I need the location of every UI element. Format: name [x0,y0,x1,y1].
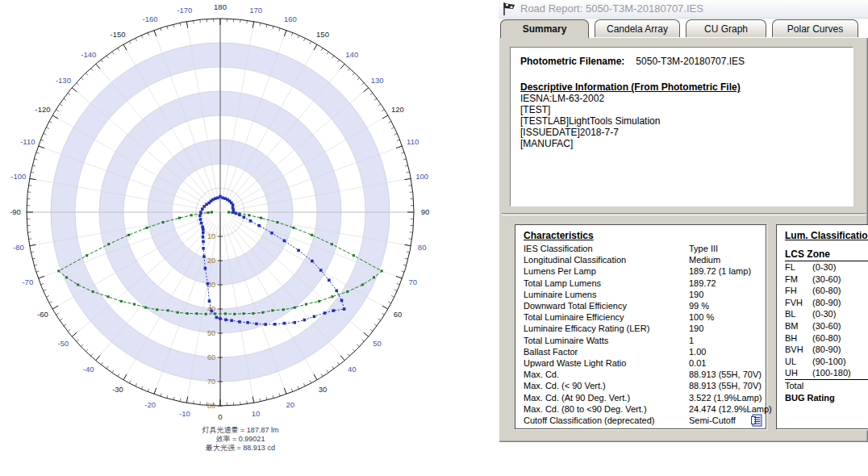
svg-text:-160: -160 [143,15,158,23]
characteristics-rows: IES ClassificationType IIILongitudinal C… [524,243,757,426]
svg-text:90: 90 [421,207,430,216]
svg-text:80: 80 [418,243,427,252]
tab-polar-curves[interactable]: Polar Curves [772,19,858,37]
svg-text:-50: -50 [58,339,69,348]
lcs-zone-row: BH(60-80) [785,332,868,344]
tab-candela-array[interactable]: Candela Array [595,19,680,37]
svg-text:160: 160 [284,15,297,23]
svg-text:50: 50 [373,339,382,348]
svg-text:20: 20 [207,257,215,265]
characteristic-value: 189.72 (1 lamp) [689,265,751,277]
characteristic-label: Longitudinal Classification [524,255,626,265]
characteristic-value: 1.00 [689,346,706,357]
lcs-zone-range: (90-100) [812,357,846,366]
svg-text:-150: -150 [110,30,125,39]
svg-text:-70: -70 [22,278,33,286]
lcs-zone-row: FL(0-30) [785,261,868,273]
characteristic-row: Luminaire Efficacy Rating (LER)190 [524,323,757,334]
descriptive-line: [ISSUEDATE]2018-7-7 [520,127,843,138]
characteristic-row: Max. Cd. (At 90 Deg. Vert.)3.522 (1.9%La… [524,392,757,403]
descriptive-line: [TEST] [520,104,843,115]
svg-text:170: 170 [249,6,262,15]
descriptive-lines: IESNA:LM-63-2002[TEST][TESTLAB]LightTool… [520,93,843,149]
flag-icon [502,2,516,16]
characteristic-row: Upward Waste Light Ratio0.01 [524,357,757,369]
characteristic-label: Total Lamp Lumens [524,278,601,288]
characteristics-heading: Characteristics [524,230,757,241]
characteristic-label: Luminaire Efficacy Rating (LER) [524,324,649,333]
screenshot-root: -170-160-150-140-130-120-110-100-90-80-7… [0,0,868,476]
road-report-window: Road Report: 5050-T3M-20180707.IES Summa… [499,0,868,445]
lcs-zone-range: (80-90) [812,344,841,354]
annotation-max-intensity-line: 最大光强 = 88.913 cd [0,444,481,453]
svg-text:70: 70 [207,378,215,386]
window-titlebar[interactable]: Road Report: 5050-T3M-20180707.IES [499,0,868,19]
lcs-zone-row: BL(0-30) [785,308,868,320]
characteristic-label: Max. Cd. (80 to <90 Deg. Vert.) [524,404,647,414]
lum-classification-heading: Lum. Classification [785,230,868,241]
characteristic-value: 100 % [689,311,714,323]
svg-text:80: 80 [207,402,215,410]
characteristic-label: Luminaire Lumens [524,290,597,299]
characteristic-row: Luminaire Lumens190 [524,289,757,300]
svg-text:150: 150 [316,30,329,39]
section-divider [502,213,866,215]
lcs-zone-range: (80-90) [812,298,841,307]
svg-text:120: 120 [391,105,404,114]
svg-text:70: 70 [408,278,417,286]
characteristic-label: Total Luminaire Efficiency [524,312,624,322]
characteristic-value: Type III [689,243,718,254]
document-icon[interactable] [750,413,765,428]
lcs-zone-code: BH [785,332,812,344]
svg-text:40: 40 [348,365,357,374]
lcs-zone-range: (60-80) [812,286,841,295]
characteristic-row: IES ClassificationType III [524,243,757,254]
lcs-zone-range: (0-30) [812,309,836,319]
descriptive-line: IESNA:LM-63-2002 [520,93,843,104]
characteristic-row: Total Lamp Lumens189.72 [524,278,757,289]
lcs-zone-code: UL [785,356,812,368]
characteristic-value: 88.913 (55H, 70V) [689,369,762,380]
lcs-zone-header: LCS Zone [785,248,868,261]
polar-candela-chart: -170-160-150-140-130-120-110-100-90-80-7… [0,0,499,476]
tab-cu-graph[interactable]: CU Graph [686,19,766,37]
tab-summary[interactable]: Summary [500,19,589,38]
lcs-zone-code: FVH [785,297,812,309]
characteristic-value: Semi-Cutoff [689,415,736,426]
svg-text:-40: -40 [83,365,94,374]
lcs-zone-code: FM [785,273,812,286]
characteristic-value: 190 [689,323,703,334]
descriptive-heading: Descriptive Information (From Photometri… [520,81,843,93]
svg-text:10: 10 [207,232,215,240]
lcs-zone-code: FL [785,261,812,273]
svg-text:180: 180 [214,2,227,11]
svg-text:60: 60 [207,353,215,361]
svg-text:100: 100 [415,172,428,181]
lcs-zone-code: UH [785,367,812,379]
svg-text:-170: -170 [177,6,192,15]
characteristic-row: Lumens Per Lamp189.72 (1 lamp) [524,265,757,277]
lcs-zone-range: (30-60) [812,321,841,331]
characteristic-value: Medium [689,254,720,265]
filename-value: 5050-T3M-20180707.IES [636,56,745,67]
svg-text:-30: -30 [112,385,123,394]
svg-text:-110: -110 [20,137,35,146]
characteristic-value: 88.913 (55H, 70V) [689,380,762,391]
filename-row: Photometric Filename:5050-T3M-20180707.I… [520,56,843,67]
characteristic-label: Cutoff Classification (deprecated) [524,415,654,425]
lcs-zone-range: (30-60) [812,274,841,284]
svg-text:0: 0 [218,412,222,421]
lcs-zone-row: BM(30-60) [785,320,868,332]
svg-text:-10: -10 [179,409,190,418]
characteristic-value: 189.72 [689,278,716,289]
characteristic-label: Max. Cd. (< 90 Vert.) [524,381,606,390]
polar-plot-svg: -170-160-150-140-130-120-110-100-90-80-7… [0,0,481,424]
svg-text:-100: -100 [10,172,26,181]
lcs-zone-row: FH(60-80) [785,285,868,297]
characteristic-row: Max. Cd. (80 to <90 Deg. Vert.)24.474 (1… [524,403,757,415]
lcs-zone-code: BVH [785,344,812,356]
characteristic-label: Max. Cd. (At 90 Deg. Vert.) [524,393,630,403]
svg-text:140: 140 [345,50,358,59]
lcs-total-row: Total [785,380,868,392]
descriptive-line: [MANUFAC] [520,138,843,149]
